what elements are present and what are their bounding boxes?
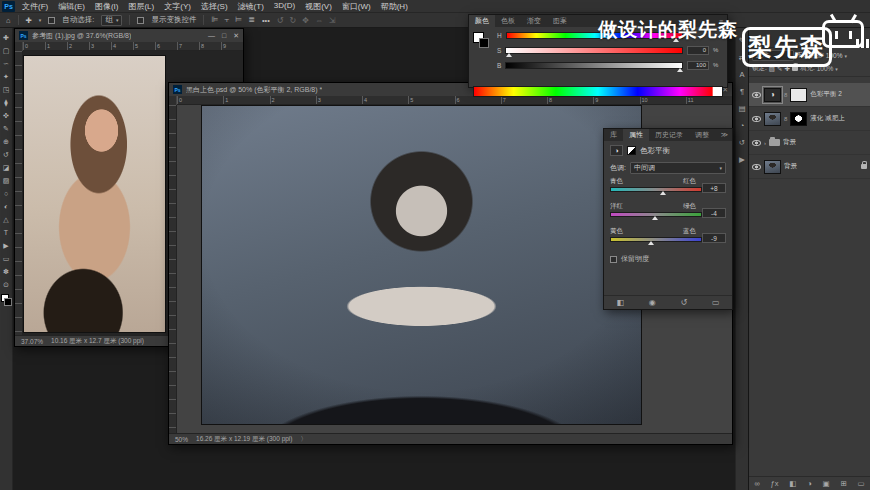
auto-select-checkbox[interactable] bbox=[48, 17, 55, 24]
auto-select-dropdown[interactable]: 组 ▾ bbox=[101, 15, 122, 26]
shape-tool[interactable]: ▭ bbox=[0, 252, 13, 265]
blur-tool[interactable]: ○ bbox=[0, 187, 13, 200]
expand-group-icon[interactable]: › bbox=[764, 140, 766, 146]
preserve-luminosity-checkbox[interactable] bbox=[610, 256, 617, 263]
visibility-eye-icon[interactable] bbox=[752, 164, 761, 170]
move-tool-icon[interactable]: ✚ bbox=[26, 16, 32, 25]
brush-settings-panel-icon[interactable]: ✎ bbox=[736, 32, 749, 49]
opacity-value[interactable]: 100% bbox=[826, 52, 843, 59]
layer-name[interactable]: 液化 减肥上 bbox=[810, 114, 844, 123]
minimize-button[interactable]: — bbox=[208, 32, 215, 40]
tab-adjustments[interactable]: 调整 bbox=[689, 129, 715, 141]
libraries-panel-icon[interactable]: ▤ bbox=[736, 100, 749, 117]
panel-color-swatches[interactable] bbox=[473, 32, 493, 52]
marquee-tool[interactable]: ▢ bbox=[0, 44, 13, 57]
hue-slider[interactable] bbox=[506, 32, 683, 39]
history-panel-icon[interactable]: ↺ bbox=[736, 134, 749, 151]
add-mask-icon[interactable]: ◧ bbox=[789, 479, 796, 488]
brush-tool[interactable]: ✎ bbox=[0, 122, 13, 135]
paragraph-panel-icon[interactable]: ¶ bbox=[736, 83, 749, 100]
tab-history[interactable]: 历史记录 bbox=[649, 129, 689, 141]
show-transform-checkbox[interactable] bbox=[137, 17, 144, 24]
healing-brush-tool[interactable]: ✜ bbox=[0, 109, 13, 122]
tab-properties[interactable]: 属性 bbox=[623, 129, 649, 141]
yellow-blue-value[interactable]: -9 bbox=[702, 233, 726, 243]
new-adjustment-icon[interactable]: ◑ bbox=[807, 479, 812, 488]
pen-tool[interactable]: △ bbox=[0, 213, 13, 226]
quick-select-tool[interactable]: ✦ bbox=[0, 70, 13, 83]
delete-icon[interactable]: ▭ bbox=[712, 298, 720, 307]
layer-thumbnail[interactable] bbox=[764, 160, 781, 174]
reference-window-titlebar[interactable]: Ps 参考图 (1).jpg @ 37.6%(RGB/8) — □ ✕ bbox=[15, 29, 243, 42]
info-panel-icon[interactable]: ◔ bbox=[736, 117, 749, 134]
align-right-icon[interactable]: ⊨ bbox=[235, 15, 242, 25]
more-options-button[interactable]: ••• bbox=[262, 16, 270, 25]
eraser-tool[interactable]: ◪ bbox=[0, 161, 13, 174]
reset-icon[interactable]: ↺ bbox=[681, 298, 688, 307]
tone-dropdown[interactable]: 中间调 ▾ bbox=[630, 162, 726, 174]
layer-name[interactable]: 背景 bbox=[784, 162, 797, 171]
adjustment-layer-thumbnail[interactable]: ◑ bbox=[764, 88, 781, 102]
brightness-slider[interactable] bbox=[505, 62, 683, 69]
layer-name[interactable]: 色彩平衡 2 bbox=[810, 90, 841, 99]
layer-thumbnail[interactable] bbox=[764, 112, 781, 126]
chevron-down-icon[interactable]: ▾ bbox=[844, 53, 847, 59]
lock-pixels-icon[interactable]: ✎ bbox=[777, 65, 782, 73]
layer-row-background[interactable]: 背景 bbox=[749, 155, 870, 179]
zoom-tool[interactable]: ⊙ bbox=[0, 278, 13, 291]
edited-photo[interactable] bbox=[201, 105, 642, 425]
color-swatches[interactable] bbox=[0, 294, 13, 308]
color-spectrum-ramp[interactable] bbox=[473, 86, 723, 97]
tab-patterns[interactable]: 图案 bbox=[547, 15, 573, 27]
zoom-level[interactable]: 37.07% bbox=[21, 338, 43, 345]
layer-mask-thumbnail[interactable] bbox=[790, 112, 807, 126]
tab-swatches[interactable]: 色板 bbox=[495, 15, 521, 27]
tab-gradients[interactable]: 渐变 bbox=[521, 15, 547, 27]
actions-panel-icon[interactable]: ▶ bbox=[736, 151, 749, 168]
magenta-green-value[interactable]: -4 bbox=[702, 208, 726, 218]
tab-libraries[interactable]: 库 bbox=[604, 129, 623, 141]
new-layer-icon[interactable]: ⊞ bbox=[840, 479, 846, 488]
saturation-slider[interactable] bbox=[505, 47, 683, 54]
link-layers-icon[interactable]: ∞ bbox=[754, 479, 759, 488]
align-center-h-icon[interactable]: ⫟ bbox=[224, 15, 229, 25]
brightness-value[interactable]: 100 bbox=[687, 61, 709, 70]
delete-layer-icon[interactable]: ▭ bbox=[857, 479, 864, 488]
saturation-value[interactable]: 0 bbox=[687, 46, 709, 55]
move-tool[interactable]: ✚ bbox=[0, 31, 13, 44]
cyan-red-value[interactable]: +8 bbox=[702, 183, 726, 193]
fill-value[interactable]: 100% bbox=[817, 65, 834, 72]
distribute-icon[interactable]: ≣ bbox=[248, 15, 255, 25]
status-chevron-icon[interactable]: 〉 bbox=[300, 435, 307, 444]
collapse-panel-icon[interactable]: ≫ bbox=[721, 129, 732, 141]
background-color-swatch[interactable] bbox=[479, 38, 489, 48]
lasso-tool[interactable]: ∽ bbox=[0, 57, 13, 70]
gradient-tool[interactable]: ▨ bbox=[0, 174, 13, 187]
layer-effects-icon[interactable]: ƒx bbox=[771, 479, 779, 488]
crop-tool[interactable]: ◳ bbox=[0, 83, 13, 96]
hand-tool[interactable]: ✽ bbox=[0, 265, 13, 278]
yellow-blue-slider[interactable]: 黄色 蓝色 -9 bbox=[604, 226, 732, 251]
cyan-red-slider[interactable]: 青色 红色 +8 bbox=[604, 176, 732, 201]
swap-panel-icon[interactable]: ⇄ bbox=[736, 49, 749, 66]
visibility-eye-icon[interactable] bbox=[752, 116, 761, 122]
lock-all-icon[interactable] bbox=[792, 66, 798, 71]
tab-color[interactable]: 颜色 bbox=[469, 15, 495, 27]
character-panel-icon[interactable]: A bbox=[736, 66, 749, 83]
blend-mode-dropdown[interactable]: 正常 ▾ bbox=[752, 50, 794, 61]
group-folder-icon[interactable] bbox=[769, 139, 780, 146]
new-group-icon[interactable]: ▣ bbox=[822, 479, 829, 488]
align-left-icon[interactable]: ⊫ bbox=[211, 15, 218, 25]
layer-row-color-balance[interactable]: ◑ 8 色彩平衡 2 bbox=[749, 83, 870, 107]
type-tool[interactable]: T bbox=[0, 226, 13, 239]
lock-transparency-icon[interactable]: ▨ bbox=[769, 65, 775, 73]
clone-stamp-tool[interactable]: ⊕ bbox=[0, 135, 13, 148]
clip-to-layer-icon[interactable]: ◧ bbox=[616, 298, 624, 307]
chevron-down-icon[interactable]: ▾ bbox=[39, 17, 42, 23]
magenta-green-slider[interactable]: 洋红 绿色 -4 bbox=[604, 201, 732, 226]
chevron-down-icon[interactable]: ▾ bbox=[835, 66, 838, 72]
layer-row-group[interactable]: › 背景 bbox=[749, 131, 870, 155]
visibility-eye-icon[interactable] bbox=[752, 140, 761, 146]
layer-row-liquify[interactable]: 8 液化 减肥上 bbox=[749, 107, 870, 131]
home-icon[interactable]: ⌂ bbox=[6, 16, 11, 25]
